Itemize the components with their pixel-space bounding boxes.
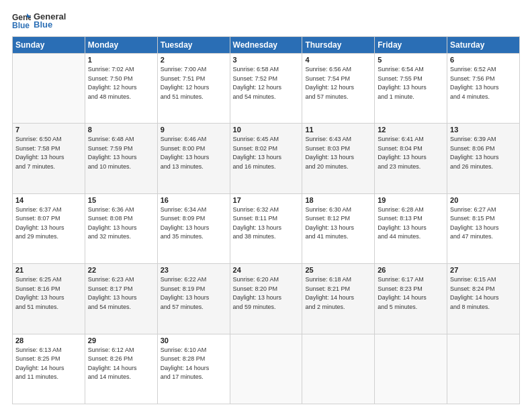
col-tuesday: Tuesday (157, 37, 230, 54)
col-monday: Monday (85, 37, 157, 54)
day-number: 6 (450, 56, 517, 64)
table-row (13, 54, 85, 124)
day-info: Sunrise: 6:36 AMSunset: 8:08 PMDaylight:… (88, 206, 137, 240)
day-number: 7 (15, 126, 82, 134)
day-number: 2 (161, 56, 227, 64)
day-info: Sunrise: 6:10 AMSunset: 8:28 PMDaylight:… (161, 347, 210, 381)
day-info: Sunrise: 6:15 AMSunset: 8:24 PMDaylight:… (450, 276, 499, 310)
day-info: Sunrise: 6:45 AMSunset: 8:02 PMDaylight:… (233, 136, 282, 170)
table-row: 25Sunrise: 6:18 AMSunset: 8:21 PMDayligh… (302, 264, 375, 334)
day-info: Sunrise: 6:32 AMSunset: 8:11 PMDaylight:… (233, 206, 282, 240)
day-info: Sunrise: 6:41 AMSunset: 8:04 PMDaylight:… (378, 136, 427, 170)
table-row: 6Sunrise: 6:52 AMSunset: 7:56 PMDaylight… (447, 54, 520, 124)
day-number: 5 (378, 56, 444, 64)
day-info: Sunrise: 6:46 AMSunset: 8:00 PMDaylight:… (161, 136, 210, 170)
calendar-week-row: 7Sunrise: 6:50 AMSunset: 7:58 PMDaylight… (13, 124, 520, 193)
day-info: Sunrise: 6:13 AMSunset: 8:25 PMDaylight:… (15, 347, 64, 381)
col-saturday: Saturday (447, 37, 520, 54)
col-friday: Friday (375, 37, 447, 54)
day-info: Sunrise: 6:43 AMSunset: 8:03 PMDaylight:… (305, 136, 354, 170)
page-header: General Blue General Blue (12, 11, 520, 30)
day-info: Sunrise: 6:39 AMSunset: 8:06 PMDaylight:… (450, 136, 499, 170)
col-sunday: Sunday (13, 37, 85, 54)
table-row: 14Sunrise: 6:37 AMSunset: 8:07 PMDayligh… (13, 193, 85, 263)
table-row: 20Sunrise: 6:27 AMSunset: 8:15 PMDayligh… (447, 193, 520, 263)
day-info: Sunrise: 6:54 AMSunset: 7:55 PMDaylight:… (378, 66, 427, 100)
calendar-week-row: 28Sunrise: 6:13 AMSunset: 8:25 PMDayligh… (13, 334, 520, 404)
day-number: 8 (88, 126, 154, 134)
day-info: Sunrise: 6:30 AMSunset: 8:12 PMDaylight:… (305, 206, 354, 240)
day-number: 13 (450, 126, 517, 134)
col-wednesday: Wednesday (230, 37, 302, 54)
table-row: 26Sunrise: 6:17 AMSunset: 8:23 PMDayligh… (375, 264, 447, 334)
day-info: Sunrise: 6:37 AMSunset: 8:07 PMDaylight:… (15, 206, 64, 240)
day-info: Sunrise: 6:25 AMSunset: 8:16 PMDaylight:… (15, 276, 64, 310)
day-info: Sunrise: 6:17 AMSunset: 8:23 PMDaylight:… (378, 276, 427, 310)
day-number: 21 (15, 266, 82, 274)
table-row: 18Sunrise: 6:30 AMSunset: 8:12 PMDayligh… (302, 193, 375, 263)
table-row: 21Sunrise: 6:25 AMSunset: 8:16 PMDayligh… (13, 264, 85, 334)
table-row: 13Sunrise: 6:39 AMSunset: 8:06 PMDayligh… (447, 124, 520, 193)
table-row (375, 334, 447, 404)
day-number: 12 (378, 126, 444, 134)
day-number: 24 (233, 266, 300, 274)
table-row: 24Sunrise: 6:20 AMSunset: 8:20 PMDayligh… (230, 264, 302, 334)
day-info: Sunrise: 6:34 AMSunset: 8:09 PMDaylight:… (161, 206, 210, 240)
day-number: 27 (450, 266, 517, 274)
day-number: 3 (233, 56, 300, 64)
table-row: 23Sunrise: 6:22 AMSunset: 8:19 PMDayligh… (157, 264, 230, 334)
day-number: 25 (305, 266, 371, 274)
table-row: 3Sunrise: 6:58 AMSunset: 7:52 PMDaylight… (230, 54, 302, 124)
day-number: 20 (450, 196, 517, 204)
day-info: Sunrise: 6:20 AMSunset: 8:20 PMDaylight:… (233, 276, 282, 310)
table-row: 2Sunrise: 7:00 AMSunset: 7:51 PMDaylight… (157, 54, 230, 124)
table-row: 27Sunrise: 6:15 AMSunset: 8:24 PMDayligh… (447, 264, 520, 334)
table-row: 9Sunrise: 6:46 AMSunset: 8:00 PMDaylight… (157, 124, 230, 193)
table-row: 17Sunrise: 6:32 AMSunset: 8:11 PMDayligh… (230, 193, 302, 263)
day-number: 1 (88, 56, 154, 64)
day-number: 14 (15, 196, 82, 204)
day-number: 19 (378, 196, 444, 204)
day-number: 26 (378, 266, 444, 274)
day-number: 29 (88, 336, 154, 345)
day-number: 22 (88, 266, 154, 274)
day-info: Sunrise: 6:56 AMSunset: 7:54 PMDaylight:… (305, 66, 354, 100)
day-number: 17 (233, 196, 300, 204)
table-row (447, 334, 520, 404)
table-row: 29Sunrise: 6:12 AMSunset: 8:26 PMDayligh… (85, 334, 157, 404)
day-info: Sunrise: 6:58 AMSunset: 7:52 PMDaylight:… (233, 66, 282, 100)
table-row: 5Sunrise: 6:54 AMSunset: 7:55 PMDaylight… (375, 54, 447, 124)
svg-text:Blue: Blue (12, 21, 30, 30)
day-number: 4 (305, 56, 371, 64)
calendar-week-row: 21Sunrise: 6:25 AMSunset: 8:16 PMDayligh… (13, 264, 520, 334)
day-info: Sunrise: 6:23 AMSunset: 8:17 PMDaylight:… (88, 276, 137, 310)
table-row: 28Sunrise: 6:13 AMSunset: 8:25 PMDayligh… (13, 334, 85, 404)
table-row (230, 334, 302, 404)
table-row: 16Sunrise: 6:34 AMSunset: 8:09 PMDayligh… (157, 193, 230, 263)
table-row: 15Sunrise: 6:36 AMSunset: 8:08 PMDayligh… (85, 193, 157, 263)
day-number: 18 (305, 196, 371, 204)
logo-icon: General Blue (12, 11, 31, 30)
day-info: Sunrise: 7:02 AMSunset: 7:50 PMDaylight:… (88, 66, 137, 100)
day-info: Sunrise: 6:48 AMSunset: 7:59 PMDaylight:… (88, 136, 137, 170)
day-number: 30 (161, 336, 227, 345)
calendar-table: Sunday Monday Tuesday Wednesday Thursday… (12, 36, 520, 404)
day-info: Sunrise: 6:28 AMSunset: 8:13 PMDaylight:… (378, 206, 427, 240)
day-info: Sunrise: 6:52 AMSunset: 7:56 PMDaylight:… (450, 66, 499, 100)
table-row: 4Sunrise: 6:56 AMSunset: 7:54 PMDaylight… (302, 54, 375, 124)
day-info: Sunrise: 6:27 AMSunset: 8:15 PMDaylight:… (450, 206, 499, 240)
day-info: Sunrise: 6:12 AMSunset: 8:26 PMDaylight:… (88, 347, 137, 381)
table-row: 10Sunrise: 6:45 AMSunset: 8:02 PMDayligh… (230, 124, 302, 193)
table-row: 8Sunrise: 6:48 AMSunset: 7:59 PMDaylight… (85, 124, 157, 193)
day-number: 9 (161, 126, 227, 134)
day-number: 10 (233, 126, 300, 134)
table-row: 19Sunrise: 6:28 AMSunset: 8:13 PMDayligh… (375, 193, 447, 263)
day-info: Sunrise: 6:50 AMSunset: 7:58 PMDaylight:… (15, 136, 64, 170)
col-thursday: Thursday (302, 37, 375, 54)
table-row: 30Sunrise: 6:10 AMSunset: 8:28 PMDayligh… (157, 334, 230, 404)
day-info: Sunrise: 7:00 AMSunset: 7:51 PMDaylight:… (161, 66, 210, 100)
calendar-week-row: 1Sunrise: 7:02 AMSunset: 7:50 PMDaylight… (13, 54, 520, 124)
day-number: 11 (305, 126, 371, 134)
table-row: 1Sunrise: 7:02 AMSunset: 7:50 PMDaylight… (85, 54, 157, 124)
logo: General Blue General Blue (12, 11, 66, 30)
